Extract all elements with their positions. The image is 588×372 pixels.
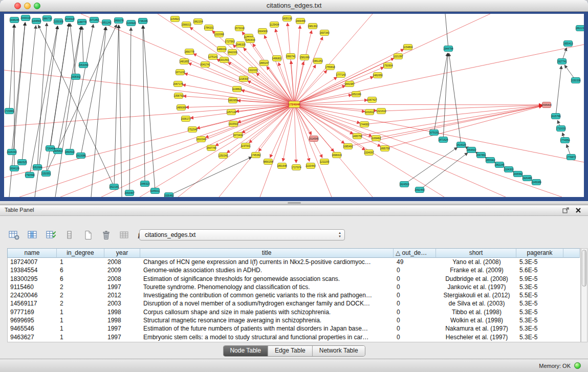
graph-node[interactable]: 1835130 — [282, 16, 292, 21]
table-cell[interactable]: 2 — [57, 283, 105, 291]
table-row[interactable]: 911546021997Tourette syndrome. Phenomeno… — [8, 283, 580, 291]
graph-node[interactable]: 1913086 — [76, 153, 86, 159]
graph-node[interactable]: 1154921 — [170, 16, 180, 22]
graph-node[interactable]: 1915503 — [228, 121, 238, 127]
graph-edge[interactable] — [404, 147, 458, 184]
graph-node[interactable]: 1841987 — [344, 81, 355, 87]
graph-node[interactable]: 1862239 — [575, 26, 584, 31]
graph-edge[interactable] — [294, 104, 296, 163]
graph-edge[interactable] — [283, 104, 294, 161]
graph-edge[interactable] — [294, 104, 372, 137]
table-cell[interactable]: Stergiakouli et al. (2012) — [437, 291, 517, 299]
table-cell[interactable]: 49 — [394, 258, 437, 266]
table-cell[interactable]: 2 — [57, 299, 105, 308]
table-cell[interactable]: 5.3E-5 — [517, 299, 564, 308]
graph-node[interactable]: 1814029 — [456, 142, 466, 148]
graph-edge[interactable] — [294, 104, 365, 150]
graph-node[interactable]: 1727563 — [225, 39, 235, 45]
graph-node[interactable]: 1197001 — [241, 143, 250, 149]
column-header-short[interactable]: short — [436, 248, 516, 258]
graph-edge[interactable] — [50, 24, 69, 148]
table-cell[interactable]: 5.3E-5 — [517, 333, 564, 341]
table-cell[interactable]: 1997 — [105, 283, 141, 291]
graph-node[interactable]: 1581069 — [299, 55, 310, 60]
table-cell[interactable]: 5.5E-5 — [517, 291, 564, 299]
table-row[interactable]: 1456911722003Disruption of a novel membe… — [8, 299, 580, 308]
table-cell[interactable]: 0 — [394, 316, 437, 324]
graph-node[interactable]: 2041741 — [200, 62, 210, 68]
table-cell[interactable]: Wolkin et al. (1998) — [437, 316, 517, 324]
table-cell[interactable]: 0 — [394, 266, 437, 274]
graph-edge[interactable] — [278, 62, 294, 104]
table-cell[interactable]: 9465546 — [8, 324, 57, 333]
table-cell[interactable]: Genome-wide association studies in ADHD. — [141, 266, 394, 274]
table-cell[interactable]: 0 — [394, 308, 437, 316]
graph-edge[interactable] — [294, 14, 490, 104]
graph-node[interactable]: 1738295 — [138, 18, 148, 24]
table-cell[interactable]: 1997 — [105, 333, 141, 341]
graph-node[interactable]: 1784201 — [204, 25, 214, 31]
new-column-icon[interactable] — [44, 228, 58, 242]
graph-node[interactable]: 1696619 — [332, 152, 342, 158]
graph-node[interactable]: 1865247 — [259, 60, 269, 66]
column-header-pagerank[interactable]: pagerank — [516, 248, 563, 258]
graph-node[interactable]: 1955413 — [563, 41, 573, 47]
graph-node[interactable]: 1954602 — [466, 147, 476, 153]
table-cell[interactable]: 1 — [57, 308, 105, 316]
table-cell[interactable]: 14569117 — [8, 299, 57, 308]
graph-node[interactable]: 2052684 — [32, 165, 42, 170]
graph-edge[interactable] — [140, 104, 294, 197]
table-cell[interactable]: Corpus callosum shape and size in male p… — [141, 308, 394, 316]
window-zoom-button[interactable] — [34, 3, 40, 9]
table-row[interactable]: 1938455462009Genome-wide association stu… — [8, 266, 580, 274]
graph-node[interactable]: 2104303 — [504, 167, 514, 172]
graph-node[interactable]: 1715881 — [4, 108, 14, 114]
table-row[interactable]: 969969511998Structural magnetic resonanc… — [8, 316, 580, 324]
divider-grip-icon[interactable] — [288, 202, 301, 204]
table-cell[interactable]: 0 — [394, 299, 437, 308]
table-cell[interactable]: Hescheler et al. (1997) — [437, 333, 517, 341]
graph-node[interactable]: 1990741 — [286, 54, 296, 59]
graph-node[interactable]: 1358792 — [173, 93, 184, 99]
graph-node[interactable]: 1745362 — [251, 152, 261, 158]
graph-edge[interactable] — [253, 43, 294, 104]
graph-node[interactable]: 1546320 — [235, 42, 246, 48]
graph-edge[interactable] — [129, 28, 131, 193]
table-row[interactable]: 946554611997Estimation of the future num… — [8, 324, 580, 333]
table-cell[interactable]: Structural magnetic resonance image aver… — [141, 316, 394, 324]
graph-edge[interactable] — [376, 106, 542, 138]
graph-node[interactable]: 1679193 — [429, 130, 439, 136]
graph-node[interactable]: 1495759 — [352, 134, 362, 139]
graph-node[interactable]: 1895759 — [380, 146, 390, 151]
graph-node[interactable]: 1697343 — [319, 30, 330, 36]
graph-edge[interactable] — [449, 53, 461, 145]
column-header-title[interactable]: title — [140, 248, 394, 258]
table-cell[interactable]: 5.3E-5 — [517, 316, 564, 324]
table-cell[interactable]: Disruption of a novel member of a sodium… — [141, 299, 394, 308]
table-cell[interactable]: 1 — [57, 324, 105, 333]
table-cell[interactable]: 5.3E-5 — [517, 324, 564, 333]
graph-edge[interactable] — [143, 26, 145, 184]
float-panel-icon[interactable] — [562, 207, 570, 214]
graph-node[interactable]: 1595804 — [541, 102, 552, 108]
graph-node[interactable]: 1938245 — [9, 17, 19, 23]
graph-node[interactable]: 1125434 — [269, 22, 279, 28]
graph-node[interactable]: 2260834 — [245, 37, 255, 43]
table-cell[interactable]: 1 — [57, 333, 105, 341]
graph-node[interactable]: 2150551 — [41, 171, 51, 177]
graph-edge[interactable] — [445, 14, 448, 49]
graph-node[interactable]: 1710033 — [556, 126, 566, 132]
graph-node[interactable]: 1908302 — [71, 74, 81, 80]
table-cell[interactable]: 1997 — [105, 324, 141, 333]
table-cell[interactable]: 0 — [394, 333, 437, 341]
graph-node[interactable]: 1085491 — [343, 144, 353, 149]
table-cell[interactable]: 1998 — [105, 308, 141, 316]
graph-node[interactable]: 1169462 — [371, 136, 381, 141]
scrollbar-thumb[interactable] — [582, 250, 586, 287]
table-cell[interactable]: 9777169 — [8, 308, 57, 316]
graph-node[interactable]: 1108822 — [232, 86, 242, 92]
graph-node[interactable]: 1566013 — [181, 22, 191, 28]
table-cell[interactable]: Yano et al. (2008) — [437, 258, 517, 266]
graph-edge[interactable] — [556, 66, 561, 116]
graph-edge[interactable] — [22, 26, 36, 162]
